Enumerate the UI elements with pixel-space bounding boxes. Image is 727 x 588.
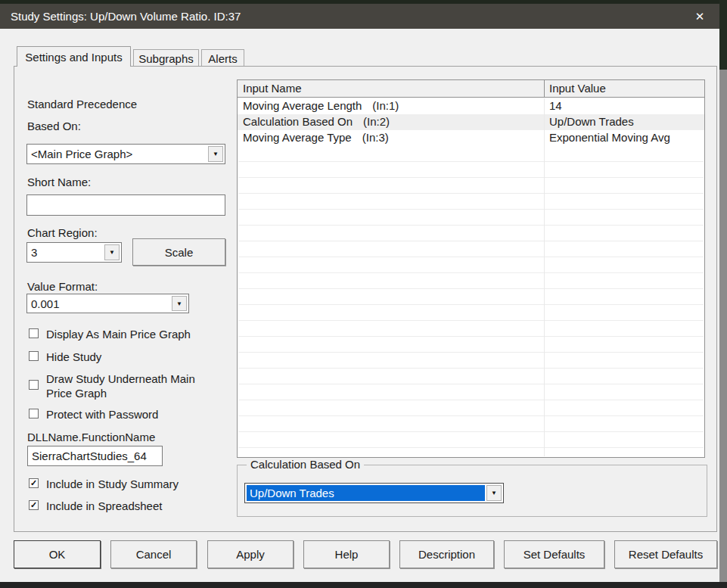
calculation-based-on-dropdown[interactable]: Up/Down Trades ▼ — [244, 483, 504, 503]
description-button[interactable]: Description — [399, 540, 494, 568]
checkbox-box[interactable] — [29, 380, 39, 390]
dropdown-arrow-button[interactable]: ▼ — [486, 485, 502, 501]
tab-label: Alerts — [208, 52, 237, 65]
calculation-based-on-value: Up/Down Trades — [247, 487, 334, 499]
chevron-down-icon: ▼ — [213, 151, 219, 157]
dll-function-name-label: DLLName.FunctionName — [27, 431, 155, 443]
column-divider[interactable] — [544, 80, 545, 98]
checkbox-draw-study-underneath[interactable]: Draw Study Underneath Main Price Graph — [29, 372, 201, 400]
titlebar[interactable]: Study Settings: Up/Down Volume Ratio. ID… — [0, 4, 719, 29]
inputs-table: Input Name Input Value Moving Average Le… — [237, 79, 705, 458]
reset-defaults-button[interactable]: Reset Defaults — [614, 540, 717, 568]
close-button[interactable]: ✕ — [685, 4, 715, 29]
help-button[interactable]: Help — [303, 540, 390, 568]
checkbox-label: Hide Study — [46, 350, 101, 364]
chart-region-value: 3 — [31, 243, 37, 262]
value-format-value: 0.001 — [31, 294, 60, 313]
close-icon: ✕ — [695, 10, 705, 23]
checkbox-label: Include in Spreadsheet — [46, 499, 162, 513]
chevron-down-icon: ▼ — [109, 249, 115, 256]
study-settings-dialog: Study Settings: Up/Down Volume Ratio. ID… — [0, 0, 727, 588]
short-name-label: Short Name: — [27, 176, 91, 188]
checkbox-box[interactable]: ✓ — [29, 500, 39, 510]
tab-label: Subgraphs — [138, 52, 194, 65]
input-number: (In:1) — [372, 99, 399, 112]
chart-region-label: Chart Region: — [27, 226, 98, 239]
checkbox-box[interactable] — [29, 328, 39, 338]
input-name: Moving Average Length — [243, 99, 362, 112]
checkbox-display-as-main-price-graph[interactable]: Display As Main Price Graph — [29, 327, 191, 341]
input-name: Calculation Based On — [243, 115, 353, 128]
chart-region-dropdown[interactable]: 3 ▼ — [26, 242, 122, 263]
checkbox-include-in-study-summary[interactable]: ✓ Include in Study Summary — [29, 477, 179, 491]
checkbox-include-in-spreadsheet[interactable]: ✓ Include in Spreadsheet — [29, 499, 162, 513]
cancel-button[interactable]: Cancel — [110, 540, 197, 568]
based-on-label: Based On: — [27, 120, 81, 132]
dropdown-arrow-button[interactable]: ▼ — [172, 296, 187, 311]
chevron-down-icon: ▼ — [176, 300, 182, 307]
dropdown-arrow-button[interactable]: ▼ — [208, 146, 223, 162]
table-row-moving-average-length[interactable]: Moving Average Length(In:1) 14 — [238, 98, 704, 114]
input-value: 14 — [549, 99, 562, 112]
standard-precedence-label: Standard Precedence — [27, 98, 137, 110]
checkbox-hide-study[interactable]: Hide Study — [29, 350, 101, 364]
tab-label: Settings and Inputs — [25, 51, 122, 64]
inputs-table-header: Input Name Input Value — [238, 80, 704, 98]
column-header-input-name[interactable]: Input Name — [243, 82, 302, 95]
checkbox-protect-with-password[interactable]: Protect with Password — [29, 407, 158, 422]
checkbox-box[interactable]: ✓ — [29, 478, 39, 488]
table-row-moving-average-type[interactable]: Moving Average Type(In:3) Exponential Mo… — [238, 130, 704, 146]
groupbox-legend: Calculation Based On — [247, 458, 364, 471]
checkbox-label: Protect with Password — [46, 407, 158, 422]
table-row-calculation-based-on[interactable]: Calculation Based On(In:2) Up/Down Trade… — [238, 114, 704, 130]
checkbox-label: Display As Main Price Graph — [46, 327, 191, 341]
tab-alerts[interactable]: Alerts — [201, 49, 244, 67]
tab-subgraphs[interactable]: Subgraphs — [133, 49, 199, 67]
selected-value-highlight: Up/Down Trades — [247, 485, 485, 501]
input-value: Exponential Moving Avg — [549, 131, 670, 144]
column-divider-body — [544, 98, 545, 456]
value-format-dropdown[interactable]: 0.001 ▼ — [26, 294, 189, 313]
set-defaults-button[interactable]: Set Defaults — [504, 540, 604, 568]
checkbox-box[interactable] — [29, 409, 39, 418]
based-on-value: <Main Price Graph> — [31, 145, 132, 163]
checkbox-label: Include in Study Summary — [46, 477, 179, 491]
short-name-input[interactable] — [26, 194, 225, 216]
dll-function-name-input[interactable] — [27, 446, 163, 466]
dialog-title: Study Settings: Up/Down Volume Ratio. ID… — [0, 10, 241, 23]
input-value: Up/Down Trades — [549, 115, 634, 128]
checkmark-icon: ✓ — [30, 479, 37, 487]
background-window-edge-right — [719, 0, 727, 588]
input-name: Moving Average Type — [243, 131, 352, 144]
ok-button[interactable]: OK — [14, 540, 101, 568]
dropdown-arrow-button[interactable]: ▼ — [104, 244, 120, 260]
tab-settings-and-inputs[interactable]: Settings and Inputs — [17, 46, 131, 67]
scale-button[interactable]: Scale — [132, 238, 225, 266]
checkmark-icon: ✓ — [30, 501, 37, 509]
input-number: (In:2) — [363, 115, 390, 128]
background-window-edge-bottom — [0, 582, 727, 588]
chevron-down-icon: ▼ — [491, 490, 497, 496]
input-number: (In:3) — [362, 131, 389, 144]
checkbox-box[interactable] — [29, 351, 39, 361]
apply-button[interactable]: Apply — [207, 540, 294, 568]
based-on-dropdown[interactable]: <Main Price Graph> ▼ — [26, 144, 225, 164]
checkbox-label: Draw Study Underneath Main Price Graph — [46, 372, 201, 400]
column-header-input-value[interactable]: Input Value — [549, 82, 606, 95]
empty-table-rows — [238, 146, 704, 456]
value-format-label: Value Format: — [27, 280, 98, 293]
